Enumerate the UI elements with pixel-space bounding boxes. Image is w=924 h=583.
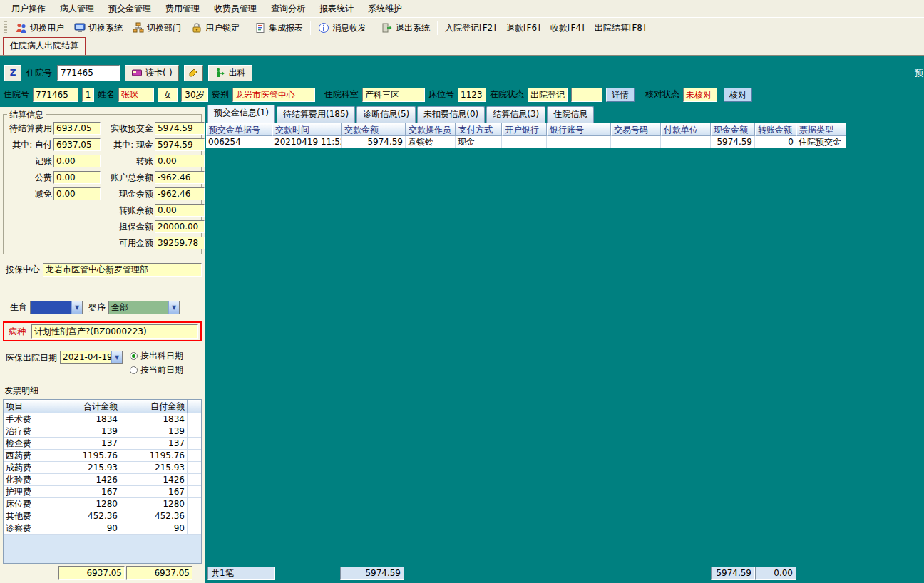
invoice-cell: 成药费: [4, 462, 53, 473]
detail-button[interactable]: 详情: [606, 88, 635, 102]
invoice-cell: 1195.76: [53, 450, 120, 461]
settlement-left-column: 待结算费用6937.05其中: 自付6937.05记账0.00公费0.00减免0…: [5, 122, 101, 249]
prepay-column-header-8[interactable]: 付款单位: [661, 123, 711, 136]
toolbar-grip-handle[interactable]: [4, 21, 7, 35]
field-label: 现金余额: [102, 188, 155, 200]
invoice-row[interactable]: 手术费18341834: [4, 413, 201, 425]
menu-item-2[interactable]: 预交金管理: [101, 0, 158, 18]
patient-name-label: 姓名: [98, 88, 115, 100]
toolbar-button-6[interactable]: 退出系统: [376, 19, 435, 37]
prepay-grid-header: 预交金单据号交款时间交款金额交款操作员支付方式开户银行银行账号交易号码付款单位现…: [206, 123, 924, 136]
invoice-header-filler: [188, 400, 201, 413]
invoice-row[interactable]: 诊察费9090: [4, 522, 201, 535]
field-label: 减免: [5, 188, 53, 200]
switch-user-icon: [16, 22, 27, 33]
z-shortcut-button[interactable]: Z: [4, 65, 21, 81]
lookup-bar: Z 住院号 771465 读卡(-) 出科: [4, 64, 252, 81]
toolbar-button-9[interactable]: 收款[F4]: [545, 19, 590, 37]
verify-button[interactable]: 核对: [724, 88, 752, 102]
quick-action-button[interactable]: [184, 65, 203, 81]
invoice-row[interactable]: 护理费167167: [4, 486, 201, 498]
toolbar-button-5[interactable]: 消息收发: [313, 19, 371, 37]
right-tab-5[interactable]: 住院信息: [547, 106, 594, 123]
invoice-row[interactable]: 检查费137137: [4, 438, 201, 450]
chevron-down-icon[interactable]: ▼: [71, 301, 82, 314]
right-tab-0[interactable]: 预交金信息(1): [207, 105, 275, 123]
invoice-column-header-0[interactable]: 项目: [4, 400, 53, 413]
tab-inpatient-discharge-settlement[interactable]: 住院病人出院结算: [3, 37, 86, 55]
prepay-column-header-2[interactable]: 交款金额: [342, 123, 406, 136]
prepay-column-header-3[interactable]: 交款操作员: [406, 123, 456, 136]
chevron-down-icon[interactable]: ▼: [111, 351, 122, 363]
menu-item-5[interactable]: 查询分析: [264, 0, 312, 18]
prepay-cell: 5974.59: [711, 136, 755, 148]
prepay-cell: 20210419 11:52:46: [272, 136, 342, 148]
invoice-cell: 护理费: [4, 486, 53, 497]
prepay-column-header-1[interactable]: 交款时间: [272, 123, 342, 136]
exit-system-icon: [381, 22, 393, 33]
prepay-column-header-11[interactable]: 票据类型: [796, 123, 846, 136]
invoice-cell: 139: [120, 425, 188, 437]
toolbar-button-8[interactable]: 退款[F6]: [501, 19, 545, 37]
invoice-total-selfpay: 6937.05: [126, 566, 192, 580]
prepayment-right-panel: 预交金信息(1)待结算费用(185)诊断信息(5)未扣费信息(0)结算信息(3)…: [206, 107, 924, 583]
radio-by-current-date[interactable]: 按当前日期: [130, 364, 183, 376]
menu-item-7[interactable]: 系统维护: [361, 0, 409, 18]
prepay-column-header-4[interactable]: 支付方式: [456, 123, 502, 136]
toolbar-button-0[interactable]: 切换用户: [11, 19, 69, 37]
menu-item-6[interactable]: 报表统计: [312, 0, 361, 18]
read-card-button[interactable]: 读卡(-): [125, 65, 179, 81]
menu-item-4[interactable]: 收费员管理: [207, 0, 264, 18]
toolbar-button-4[interactable]: 集成报表: [250, 19, 308, 37]
user-lock-icon: [191, 22, 202, 33]
menu-item-3[interactable]: 费用管理: [158, 0, 207, 18]
right-tab-1[interactable]: 待结算费用(185): [277, 106, 355, 123]
invoice-cell: 452.36: [120, 510, 188, 522]
invoice-row[interactable]: 治疗费139139: [4, 425, 201, 438]
toolbar-separator: [247, 21, 247, 35]
invoice-row[interactable]: 西药费1195.761195.76: [4, 450, 201, 462]
right-tab-2[interactable]: 诊断信息(5): [356, 106, 416, 123]
toolbar-button-label: 集成报表: [269, 22, 303, 34]
department-value: 产科三区: [362, 88, 425, 102]
depart-icon: [215, 67, 226, 78]
toolbar-button-7[interactable]: 入院登记[F2]: [440, 19, 501, 37]
invoice-column-header-1[interactable]: 合计金额: [53, 400, 120, 413]
field-label: 担保金额: [102, 221, 155, 233]
disease-input[interactable]: 计划性剖宫产?(BZ0000223): [31, 324, 198, 339]
toolbar-button-2[interactable]: 切换部门: [128, 19, 186, 37]
menu-bar: 用户操作病人管理预交金管理费用管理收费员管理查询分析报表统计系统维护: [0, 0, 924, 17]
field-value: 0.00: [53, 187, 101, 200]
toolbar-button-10[interactable]: 出院结算[F8]: [590, 19, 651, 37]
infant-order-combobox[interactable]: 全部 ▼: [108, 301, 180, 314]
prepay-column-header-9[interactable]: 现金金额: [711, 123, 755, 136]
read-card-button-label: 读卡(-): [145, 67, 173, 79]
prepay-column-header-10[interactable]: 转账金额: [755, 123, 796, 136]
depart-button[interactable]: 出科: [208, 65, 252, 81]
toolbar-button-3[interactable]: 用户锁定: [186, 19, 245, 37]
radio-by-depart-date[interactable]: 按出科日期: [130, 350, 183, 362]
admission-number-input[interactable]: 771465: [57, 65, 120, 81]
menu-item-0[interactable]: 用户操作: [4, 0, 53, 18]
right-tab-3[interactable]: 未扣费信息(0): [417, 106, 485, 123]
invoice-column-header-2[interactable]: 自付金额: [120, 400, 188, 413]
prepay-row[interactable]: 00625420210419 11:52:465974.59袁镔铃现金5974.…: [206, 136, 924, 148]
invoice-row[interactable]: 其他费452.36452.36: [4, 510, 201, 522]
right-tab-4[interactable]: 结算信息(3): [486, 106, 545, 123]
birth-combobox[interactable]: ▼: [30, 301, 83, 314]
invoice-cell: 1834: [120, 413, 188, 425]
prepay-column-header-0[interactable]: 预交金单据号: [206, 123, 272, 136]
invoice-row[interactable]: 成药费215.93215.93: [4, 462, 201, 474]
prepay-grid-filler: [206, 148, 924, 583]
settlement-left-panel: 结算信息 待结算费用6937.05其中: 自付6937.05记账0.00公费0.…: [0, 107, 205, 583]
chevron-down-icon[interactable]: ▼: [168, 301, 179, 314]
invoice-cell: 139: [53, 425, 120, 437]
prepay-column-header-6[interactable]: 银行账号: [547, 123, 611, 136]
invoice-row[interactable]: 床位费12801280: [4, 498, 201, 510]
toolbar-button-1[interactable]: 切换系统: [69, 19, 128, 37]
prepay-column-header-5[interactable]: 开户银行: [502, 123, 547, 136]
discharge-date-combobox[interactable]: 2021-04-19 ▼: [60, 351, 123, 364]
menu-item-1[interactable]: 病人管理: [53, 0, 101, 18]
prepay-column-header-7[interactable]: 交易号码: [611, 123, 661, 136]
invoice-row[interactable]: 化验费14261426: [4, 474, 201, 486]
